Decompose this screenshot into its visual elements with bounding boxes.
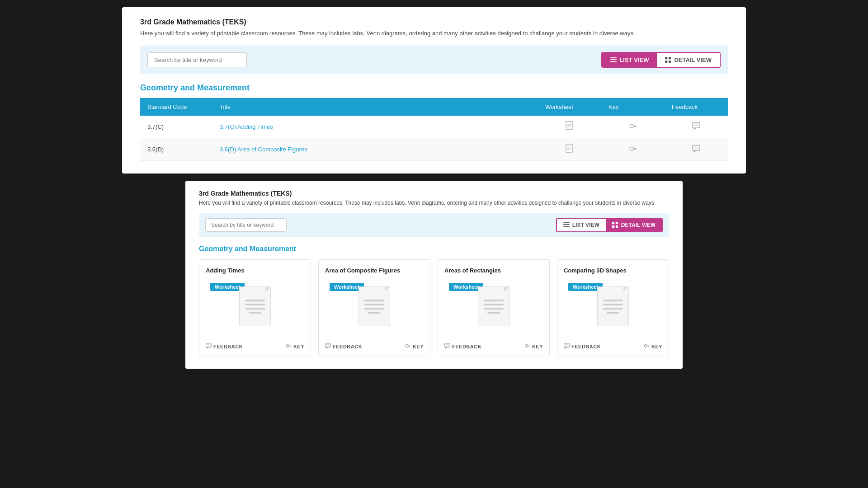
svg-rect-1: [610, 59, 617, 60]
bottom-view-toggle: LIST VIEW DETAIL VIEW: [556, 218, 663, 232]
card-title-2: Areas of Rectangles: [444, 267, 543, 274]
card-preview-2[interactable]: Worksheet: [444, 279, 543, 333]
col-header-standard: Standard Code: [140, 98, 212, 116]
top-section-title: Geometry and Measurement: [140, 83, 728, 93]
card-feedback-button-3[interactable]: FEEDBACK: [564, 343, 601, 350]
list-icon: [610, 57, 617, 63]
svg-rect-26: [693, 145, 700, 150]
card-title-3: Comparing 3D Shapes: [564, 267, 662, 274]
cell-standard-1: 3.6(D): [140, 138, 212, 161]
cell-feedback-1[interactable]: [665, 138, 728, 161]
svg-rect-6: [669, 60, 671, 62]
col-header-feedback: Feedback: [665, 98, 728, 116]
card-doc-icon-1: [359, 286, 390, 326]
cell-worksheet-0[interactable]: [538, 116, 601, 138]
svg-rect-35: [616, 225, 618, 228]
feedback-icon-0: [692, 122, 700, 130]
card-doc-icon-3: [597, 286, 629, 326]
top-list-view-button[interactable]: LIST VIEW: [602, 53, 657, 67]
svg-rect-33: [616, 222, 618, 224]
list-icon-bottom: [563, 222, 570, 228]
card-actions-0: FEEDBACK KEY: [206, 339, 304, 350]
top-panel: 3rd Grade Mathematics (TEKS) Here you wi…: [122, 7, 746, 174]
resource-card: Adding Times Worksheet: [199, 259, 311, 356]
col-header-worksheet: Worksheet: [538, 98, 601, 116]
svg-rect-36: [206, 343, 212, 347]
svg-rect-31: [563, 226, 570, 227]
card-grid: Adding Times Worksheet: [199, 259, 669, 356]
cell-key-0[interactable]: [601, 116, 665, 138]
key-btn-icon-0: [286, 343, 292, 350]
svg-point-60: [644, 345, 647, 347]
worksheet-icon-1: [566, 144, 574, 154]
bottom-page-desc: Here you will find a variety of printabl…: [199, 200, 669, 206]
top-search-input[interactable]: [147, 52, 247, 67]
top-view-toggle: LIST VIEW DETAIL VIEW: [601, 52, 721, 68]
resource-card: Area of Composite Figures Worksheet: [318, 259, 430, 356]
feedback-btn-icon-3: [564, 343, 570, 350]
svg-rect-3: [665, 57, 667, 59]
cell-key-1[interactable]: [601, 138, 665, 161]
card-key-button-3[interactable]: KEY: [644, 343, 662, 350]
svg-point-46: [406, 345, 408, 347]
card-doc-icon-0: [239, 286, 271, 326]
title-link-0[interactable]: 3.7(C) Adding Times: [220, 123, 273, 130]
cell-standard-0: 3.7(C): [140, 116, 212, 138]
card-actions-1: FEEDBACK KEY: [325, 339, 424, 350]
bottom-detail-view-button[interactable]: DETAIL VIEW: [606, 219, 662, 231]
card-key-button-0[interactable]: KEY: [286, 343, 304, 350]
table-header-row: Standard Code Title Worksheet Key Feedba…: [140, 98, 728, 116]
col-header-key: Key: [601, 98, 665, 116]
card-doc-icon-2: [478, 286, 509, 326]
card-actions-3: FEEDBACK KEY: [564, 339, 662, 350]
resource-card: Comparing 3D Shapes Worksheet: [557, 259, 669, 356]
svg-rect-57: [564, 343, 570, 347]
bottom-section-title: Geometry and Measurement: [199, 245, 669, 253]
svg-point-39: [286, 345, 289, 347]
resources-table: Standard Code Title Worksheet Key Feedba…: [140, 98, 728, 161]
table-row: 3.6(D) 3.6(D) Area of Composite Figures: [140, 138, 728, 161]
top-page-desc: Here you will find a variety of printabl…: [140, 30, 728, 37]
card-key-button-1[interactable]: KEY: [405, 343, 424, 350]
card-key-button-2[interactable]: KEY: [524, 343, 543, 350]
key-icon-0: [629, 122, 637, 130]
svg-rect-4: [669, 57, 671, 59]
card-feedback-button-1[interactable]: FEEDBACK: [325, 343, 362, 350]
bottom-toolbar: LIST VIEW DETAIL VIEW: [199, 213, 669, 237]
grid-icon: [665, 57, 671, 63]
top-toolbar: LIST VIEW DETAIL VIEW: [140, 46, 728, 74]
svg-rect-0: [610, 57, 617, 58]
feedback-icon-1: [692, 145, 700, 153]
top-page-title: 3rd Grade Mathematics (TEKS): [140, 18, 728, 26]
card-feedback-button-2[interactable]: FEEDBACK: [444, 343, 481, 350]
cell-worksheet-1[interactable]: [538, 138, 601, 161]
bottom-list-view-button[interactable]: LIST VIEW: [557, 219, 606, 231]
card-preview-3[interactable]: Worksheet: [564, 279, 662, 333]
card-title-0: Adding Times: [206, 267, 304, 274]
col-header-title: Title: [212, 98, 538, 116]
title-link-1[interactable]: 3.6(D) Area of Composite Figures: [220, 146, 307, 153]
svg-rect-15: [693, 122, 700, 128]
card-preview-0[interactable]: Worksheet: [206, 279, 304, 333]
card-actions-2: FEEDBACK KEY: [444, 339, 543, 350]
cell-title-1: 3.6(D) Area of Composite Figures: [212, 138, 538, 161]
grid-icon-bottom: [612, 222, 618, 228]
bottom-search-input[interactable]: [205, 218, 287, 232]
card-preview-1[interactable]: Worksheet: [325, 279, 424, 333]
svg-rect-32: [612, 222, 614, 224]
bottom-page-title: 3rd Grade Mathematics (TEKS): [199, 190, 669, 197]
svg-point-53: [525, 345, 528, 347]
feedback-btn-icon-0: [206, 343, 212, 350]
key-btn-icon-3: [644, 343, 650, 350]
card-title-1: Area of Composite Figures: [325, 267, 424, 274]
cell-feedback-0[interactable]: [665, 116, 728, 138]
svg-point-22: [630, 147, 633, 150]
feedback-btn-icon-2: [444, 343, 450, 350]
key-btn-icon-1: [405, 343, 411, 350]
top-detail-view-button[interactable]: DETAIL VIEW: [657, 53, 720, 67]
svg-rect-29: [563, 222, 570, 223]
card-feedback-button-0[interactable]: FEEDBACK: [206, 343, 243, 350]
svg-rect-2: [610, 61, 617, 62]
svg-rect-43: [326, 343, 331, 347]
cell-title-0: 3.7(C) Adding Times: [212, 116, 538, 138]
